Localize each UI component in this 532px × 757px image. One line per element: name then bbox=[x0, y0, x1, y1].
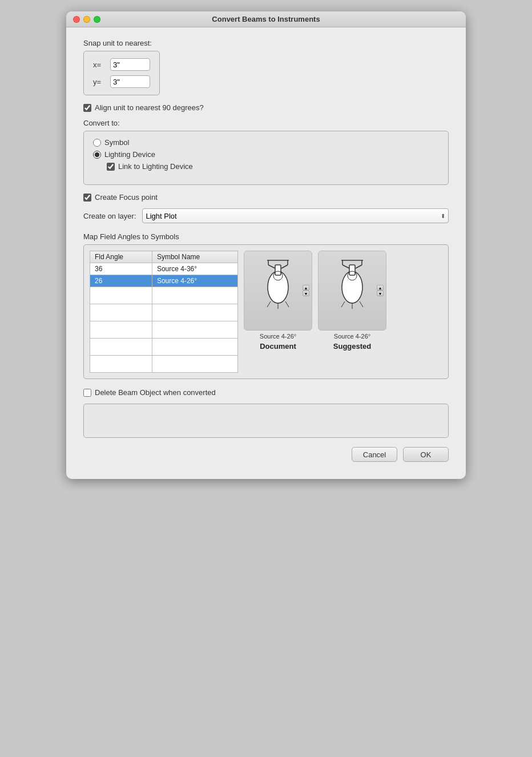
suggested-stepper-up[interactable]: ▲ bbox=[377, 285, 384, 291]
map-field-label: Map Field Angles to Symbols bbox=[83, 232, 449, 241]
text-field-box bbox=[83, 404, 449, 438]
main-window: Convert Beams to Instruments Snap unit t… bbox=[66, 11, 466, 479]
symbol-name-36: Source 4-36° bbox=[152, 263, 237, 275]
svg-line-21 bbox=[360, 301, 363, 307]
document-preview-block: ▲ ▼ Source 4-26° Document bbox=[244, 251, 312, 351]
svg-line-10 bbox=[285, 301, 289, 307]
snap-y-label: y= bbox=[93, 78, 110, 86]
svg-line-3 bbox=[281, 265, 288, 268]
map-field-section: Map Field Angles to Symbols Fld Angle Sy… bbox=[83, 232, 449, 379]
svg-line-2 bbox=[268, 265, 275, 268]
focus-checkbox[interactable] bbox=[83, 194, 91, 202]
symbol-label[interactable]: Symbol bbox=[104, 138, 129, 147]
cancel-button[interactable]: Cancel bbox=[352, 447, 397, 462]
delete-label[interactable]: Delete Beam Object when converted bbox=[95, 388, 216, 397]
svg-rect-1 bbox=[275, 265, 281, 275]
table-row-empty-2[interactable] bbox=[90, 304, 238, 321]
document-label: Document bbox=[260, 342, 296, 351]
snap-x-label: x= bbox=[93, 61, 110, 69]
col-fld-angle: Fld Angle bbox=[90, 251, 152, 263]
layer-select[interactable]: Light Plot Default Stage bbox=[142, 208, 449, 223]
focus-label[interactable]: Create Focus point bbox=[95, 193, 158, 202]
suggested-preview-frame[interactable]: ▲ ▼ bbox=[318, 251, 386, 331]
table-row-selected[interactable]: 26 Source 4-26° bbox=[90, 275, 238, 287]
content-area: Snap unit to nearest: x= y= Align unit t… bbox=[66, 27, 466, 479]
layer-label: Create on layer: bbox=[83, 212, 136, 220]
snap-y-input[interactable] bbox=[110, 75, 150, 88]
fld-angle-36: 36 bbox=[90, 263, 152, 275]
suggested-symbol-name: Source 4-26° bbox=[334, 333, 370, 340]
buttons-row: Cancel OK bbox=[83, 447, 449, 468]
table-row-empty-1[interactable] bbox=[90, 287, 238, 304]
layer-row: Create on layer: Light Plot Default Stag… bbox=[83, 208, 449, 223]
convert-to-label: Convert to: bbox=[83, 119, 449, 127]
suggested-label: Suggested bbox=[333, 342, 371, 351]
suggested-preview-block: ▲ ▼ Source 4-26° Suggested bbox=[318, 251, 386, 351]
window-title: Convert Beams to Instruments bbox=[212, 15, 320, 23]
field-table: Fld Angle Symbol Name 36 Source 4-36° bbox=[90, 251, 238, 373]
layer-select-wrapper: Light Plot Default Stage bbox=[142, 208, 449, 223]
link-checkbox[interactable] bbox=[107, 163, 115, 171]
table-header-row: Fld Angle Symbol Name bbox=[90, 251, 238, 263]
map-field-inner: Fld Angle Symbol Name 36 Source 4-36° bbox=[90, 251, 442, 373]
suggested-stepper-down[interactable]: ▼ bbox=[377, 291, 384, 296]
document-stepper-up[interactable]: ▲ bbox=[303, 285, 309, 291]
symbol-radio-row: Symbol bbox=[93, 138, 439, 147]
link-label[interactable]: Link to Lighting Device bbox=[118, 162, 193, 171]
align-checkbox[interactable] bbox=[83, 104, 91, 112]
preview-area: ▲ ▼ Source 4-26° Document bbox=[244, 251, 442, 351]
svg-rect-12 bbox=[349, 265, 355, 275]
titlebar-buttons bbox=[73, 16, 100, 23]
titlebar: Convert Beams to Instruments bbox=[66, 11, 466, 27]
table-area: Fld Angle Symbol Name 36 Source 4-36° bbox=[90, 251, 238, 373]
align-checkbox-row: Align unit to nearest 90 degrees? bbox=[83, 103, 449, 112]
symbol-name-26: Source 4-26° bbox=[152, 275, 237, 287]
snap-x-input[interactable] bbox=[110, 58, 150, 71]
map-field-box: Fld Angle Symbol Name 36 Source 4-36° bbox=[83, 244, 449, 379]
snap-y-row: y= bbox=[93, 75, 150, 88]
document-symbol-name: Source 4-26° bbox=[260, 333, 296, 340]
svg-line-8 bbox=[267, 301, 271, 307]
delete-checkbox-row: Delete Beam Object when converted bbox=[83, 388, 449, 397]
snap-box: x= y= bbox=[83, 51, 160, 95]
table-row-empty-5[interactable] bbox=[90, 356, 238, 373]
document-stepper-down[interactable]: ▼ bbox=[303, 291, 309, 296]
document-instrument-svg bbox=[263, 256, 294, 310]
align-checkbox-label[interactable]: Align unit to nearest 90 degrees? bbox=[95, 103, 204, 112]
convert-to-box: Symbol Lighting Device Link to Lighting … bbox=[83, 131, 449, 185]
focus-checkbox-row: Create Focus point bbox=[83, 193, 449, 202]
link-checkbox-row: Link to Lighting Device bbox=[93, 162, 439, 171]
document-stepper: ▲ ▼ bbox=[303, 285, 309, 296]
fld-angle-26: 26 bbox=[90, 275, 152, 287]
close-button[interactable] bbox=[73, 16, 80, 23]
suggested-instrument-svg bbox=[337, 256, 368, 310]
suggested-stepper: ▲ ▼ bbox=[377, 285, 384, 296]
maximize-button[interactable] bbox=[94, 16, 100, 23]
minimize-button[interactable] bbox=[83, 16, 90, 23]
svg-line-19 bbox=[341, 301, 345, 307]
table-row-empty-4[interactable] bbox=[90, 339, 238, 356]
ok-button[interactable]: OK bbox=[403, 447, 449, 462]
lighting-device-radio[interactable] bbox=[93, 151, 101, 159]
document-preview-frame[interactable]: ▲ ▼ bbox=[244, 251, 312, 331]
symbol-radio[interactable] bbox=[93, 139, 101, 147]
col-symbol-name: Symbol Name bbox=[152, 251, 237, 263]
lighting-device-label[interactable]: Lighting Device bbox=[104, 150, 155, 159]
svg-line-14 bbox=[356, 265, 362, 268]
snap-x-row: x= bbox=[93, 58, 150, 71]
snap-label: Snap unit to nearest: bbox=[83, 39, 449, 47]
svg-point-0 bbox=[268, 271, 288, 303]
svg-point-11 bbox=[342, 271, 362, 303]
table-row[interactable]: 36 Source 4-36° bbox=[90, 263, 238, 275]
table-row-empty-3[interactable] bbox=[90, 321, 238, 339]
svg-line-13 bbox=[342, 265, 349, 268]
delete-checkbox[interactable] bbox=[83, 389, 91, 397]
lighting-device-radio-row: Lighting Device bbox=[93, 150, 439, 159]
